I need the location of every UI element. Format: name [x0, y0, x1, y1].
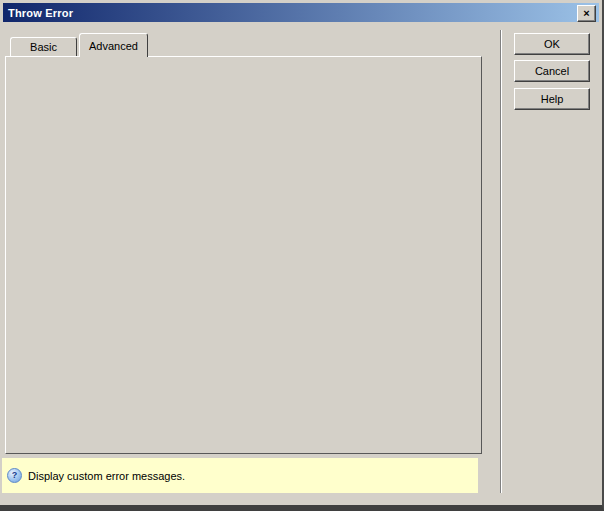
info-bar-text: Display custom error messages.	[28, 470, 185, 482]
help-button[interactable]: Help	[514, 88, 590, 110]
vertical-divider	[500, 30, 502, 493]
dialog-window: Throw Error × Basic Advanced Enter trigg…	[0, 0, 604, 511]
advanced-tab-panel	[5, 56, 482, 454]
tab-advanced-label: Advanced	[89, 40, 138, 52]
ok-button[interactable]: OK	[514, 33, 590, 55]
cancel-button[interactable]: Cancel	[514, 60, 590, 82]
window-title: Throw Error	[3, 7, 73, 19]
tab-advanced[interactable]: Advanced	[79, 33, 148, 57]
title-bar: Throw Error ×	[3, 3, 599, 22]
tab-basic[interactable]: Basic	[10, 37, 77, 56]
help-button-label: Help	[541, 93, 564, 105]
tab-basic-label: Basic	[30, 41, 57, 53]
close-button[interactable]: ×	[577, 5, 596, 22]
help-question-icon: ?	[7, 468, 22, 483]
close-icon: ×	[583, 8, 589, 19]
info-bar: ? Display custom error messages.	[2, 458, 478, 493]
ok-button-label: OK	[544, 38, 560, 50]
cancel-button-label: Cancel	[535, 65, 569, 77]
